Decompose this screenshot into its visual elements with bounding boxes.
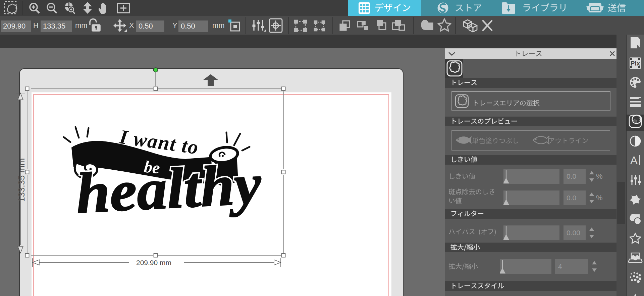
svg-text:133.35 mm: 133.35 mm [16, 158, 26, 202]
svg-text:A: A [630, 154, 638, 166]
svg-text:209.90 mm: 209.90 mm [136, 259, 171, 266]
svg-text:Pix: Pix [631, 60, 640, 67]
